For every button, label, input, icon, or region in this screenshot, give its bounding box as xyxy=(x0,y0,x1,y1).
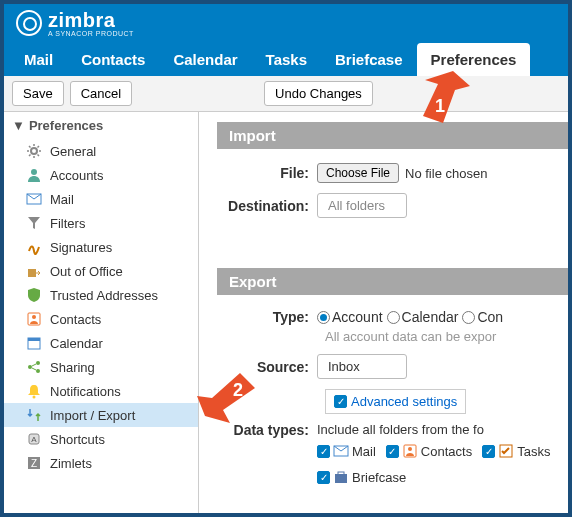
sidebar-item-contacts[interactable]: Contacts xyxy=(4,307,198,331)
sidebar-item-out-of-office[interactable]: Out of Office xyxy=(4,259,198,283)
sidebar-item-sharing[interactable]: Sharing xyxy=(4,355,198,379)
sidebar-item-label: Shortcuts xyxy=(50,432,105,447)
cal-icon xyxy=(26,335,42,351)
impexp-icon xyxy=(26,407,42,423)
type-radio-group: AccountCalendarCon xyxy=(317,309,503,325)
user-icon xyxy=(26,167,42,183)
logo: zimbra A SYNACOR PRODUCT xyxy=(16,9,134,37)
file-label: File: xyxy=(217,165,317,181)
undo-changes-button[interactable]: Undo Changes xyxy=(264,81,373,106)
type-label: Contacts xyxy=(421,444,472,459)
app-header: zimbra A SYNACOR PRODUCT xyxy=(4,4,568,42)
toolbar: Save Cancel Undo Changes xyxy=(4,76,568,112)
sidebar-item-trusted-addresses[interactable]: Trusted Addresses xyxy=(4,283,198,307)
sidebar-item-zimlets[interactable]: ZZimlets xyxy=(4,451,198,475)
advanced-settings-checkbox[interactable]: ✓ Advanced settings xyxy=(325,389,466,414)
svg-rect-3 xyxy=(28,269,36,277)
radio-label: Account xyxy=(332,309,383,325)
svg-rect-21 xyxy=(338,472,344,475)
radio-label: Calendar xyxy=(402,309,459,325)
sidebar-item-label: Zimlets xyxy=(50,456,92,471)
main-tabs: Mail Contacts Calendar Tasks Briefcase P… xyxy=(4,42,568,76)
data-type-mail[interactable]: ✓Mail xyxy=(317,443,376,459)
sign-icon xyxy=(26,239,42,255)
zim-icon: Z xyxy=(26,455,42,471)
check-icon: ✓ xyxy=(317,445,330,458)
tab-tasks[interactable]: Tasks xyxy=(252,43,321,76)
check-icon: ✓ xyxy=(482,445,495,458)
sidebar-item-shortcuts[interactable]: AShortcuts xyxy=(4,427,198,451)
contact-icon xyxy=(402,443,418,459)
sidebar-item-label: Contacts xyxy=(50,312,101,327)
type-label: Type: xyxy=(217,309,317,325)
check-icon: ✓ xyxy=(386,445,399,458)
logo-text: zimbra xyxy=(48,9,115,31)
svg-point-11 xyxy=(33,396,36,399)
sidebar-item-filters[interactable]: Filters xyxy=(4,211,198,235)
sidebar-item-label: General xyxy=(50,144,96,159)
svg-point-8 xyxy=(28,365,32,369)
annotation-arrow-1: 1 xyxy=(405,68,475,128)
source-select[interactable]: Inbox xyxy=(317,354,407,379)
check-icon: ✓ xyxy=(334,395,347,408)
data-type-tasks[interactable]: ✓Tasks xyxy=(482,443,550,459)
sidebar-item-notifications[interactable]: Notifications xyxy=(4,379,198,403)
svg-marker-23 xyxy=(197,373,255,423)
save-button[interactable]: Save xyxy=(12,81,64,106)
sidebar-item-signatures[interactable]: Signatures xyxy=(4,235,198,259)
tab-contacts[interactable]: Contacts xyxy=(67,43,159,76)
key-icon: A xyxy=(26,431,42,447)
svg-point-0 xyxy=(31,148,37,154)
export-section-head: Export xyxy=(217,268,568,295)
advanced-label: Advanced settings xyxy=(351,394,457,409)
annotation-num-2: 2 xyxy=(233,380,243,401)
sidebar-head[interactable]: ▼ Preferences xyxy=(4,112,198,139)
sidebar-title: Preferences xyxy=(29,118,103,133)
svg-text:A: A xyxy=(31,435,37,444)
type-radio-calendar[interactable]: Calendar xyxy=(387,309,459,325)
tab-calendar[interactable]: Calendar xyxy=(159,43,251,76)
sidebar: ▼ Preferences GeneralAccountsMailFilters… xyxy=(4,112,199,513)
type-label: Mail xyxy=(352,444,376,459)
type-label: Briefcase xyxy=(352,470,406,485)
tab-briefcase[interactable]: Briefcase xyxy=(321,43,417,76)
tab-mail[interactable]: Mail xyxy=(10,43,67,76)
data-types-hint: Include all folders from the fo xyxy=(317,422,568,437)
destination-select[interactable]: All folders xyxy=(317,193,407,218)
destination-label: Destination: xyxy=(217,198,317,214)
svg-point-18 xyxy=(408,447,412,451)
type-radio-con[interactable]: Con xyxy=(462,309,503,325)
cancel-button[interactable]: Cancel xyxy=(70,81,132,106)
sidebar-item-general[interactable]: General xyxy=(4,139,198,163)
filter-icon xyxy=(26,215,42,231)
sidebar-item-label: Accounts xyxy=(50,168,103,183)
sidebar-item-label: Notifications xyxy=(50,384,121,399)
sidebar-item-mail[interactable]: Mail xyxy=(4,187,198,211)
import-section-head: Import xyxy=(217,122,568,149)
logo-subtitle: A SYNACOR PRODUCT xyxy=(48,30,134,37)
data-type-briefcase[interactable]: ✓Briefcase xyxy=(317,469,406,485)
shield-icon xyxy=(26,287,42,303)
svg-point-1 xyxy=(31,169,37,175)
type-label: Tasks xyxy=(517,444,550,459)
sidebar-item-accounts[interactable]: Accounts xyxy=(4,163,198,187)
svg-rect-7 xyxy=(28,338,40,341)
check-icon: ✓ xyxy=(317,471,330,484)
svg-point-10 xyxy=(36,369,40,373)
radio-icon xyxy=(387,311,400,324)
type-radio-account[interactable]: Account xyxy=(317,309,383,325)
collapse-icon: ▼ xyxy=(12,118,25,133)
type-hint: All account data can be expor xyxy=(325,329,568,344)
sidebar-item-label: Out of Office xyxy=(50,264,123,279)
sidebar-item-label: Calendar xyxy=(50,336,103,351)
mail-icon xyxy=(333,443,349,459)
choose-file-button[interactable]: Choose File xyxy=(317,163,399,183)
sidebar-item-calendar[interactable]: Calendar xyxy=(4,331,198,355)
data-type-contacts[interactable]: ✓Contacts xyxy=(386,443,472,459)
sidebar-item-import-export[interactable]: Import / Export xyxy=(4,403,198,427)
data-types-list: ✓Mail✓Contacts✓Tasks✓Briefcase xyxy=(317,443,568,485)
sidebar-item-label: Mail xyxy=(50,192,74,207)
out-icon xyxy=(26,263,42,279)
gear-icon xyxy=(26,143,42,159)
annotation-arrow-2: 2 xyxy=(195,368,265,428)
